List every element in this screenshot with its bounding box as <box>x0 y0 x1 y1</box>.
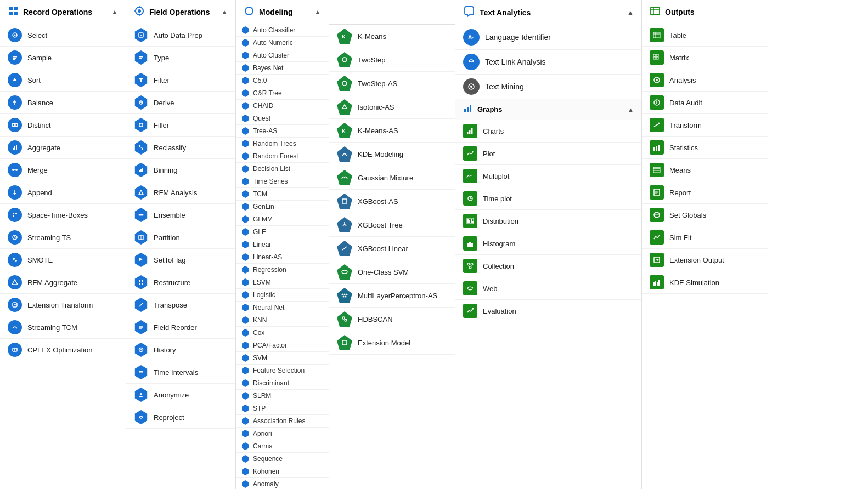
list-item[interactable]: RFM Aggregate <box>0 271 126 294</box>
list-item[interactable]: XGBoost-AS <box>329 190 455 213</box>
list-item[interactable]: Table <box>642 24 768 47</box>
list-item[interactable]: Auto Numeric <box>236 37 329 49</box>
list-item[interactable]: SVM <box>236 352 329 365</box>
list-item[interactable]: Bayes Net <box>236 62 329 75</box>
list-item[interactable]: SetToFlag <box>126 249 235 271</box>
list-item[interactable]: Regression <box>236 264 329 276</box>
list-item[interactable]: Quest <box>236 112 329 125</box>
list-item[interactable]: Isotonic-AS <box>329 95 455 119</box>
list-item[interactable]: C&R Tree <box>236 87 329 100</box>
list-item[interactable]: KDE Modeling <box>329 143 455 166</box>
list-item[interactable]: Logistic <box>236 289 329 302</box>
list-item[interactable]: Aggregate <box>0 137 126 159</box>
list-item[interactable]: Kohonen <box>236 465 329 478</box>
list-item[interactable]: Auto Data Prep <box>126 24 235 47</box>
list-item[interactable]: RFM Analysis <box>126 181 235 204</box>
list-item[interactable]: Field Reorder <box>126 316 235 339</box>
list-item[interactable]: Reproject <box>126 406 235 429</box>
list-item[interactable]: Histogram <box>455 232 641 255</box>
list-item[interactable]: Sort <box>0 69 126 92</box>
list-item[interactable]: Sim Fit <box>642 226 768 249</box>
list-item[interactable]: KNN <box>236 314 329 327</box>
list-item[interactable]: Linear <box>236 238 329 251</box>
list-item[interactable]: XGBoost Tree <box>329 213 455 237</box>
list-item[interactable]: Binning <box>126 159 235 181</box>
list-item[interactable]: Association Rules <box>236 415 329 428</box>
list-item[interactable]: Evaluation <box>455 300 641 322</box>
list-item[interactable]: Anomaly <box>236 478 329 489</box>
list-item[interactable]: Plot <box>455 143 641 165</box>
list-item[interactable]: CHAID <box>236 100 329 112</box>
list-item[interactable]: Az Language Identifier <box>455 25 641 50</box>
list-item[interactable]: Space-Time-Boxes <box>0 204 126 226</box>
list-item[interactable]: Time Intervals <box>126 361 235 384</box>
list-item[interactable]: Collection <box>455 255 641 277</box>
list-item[interactable]: Statistics <box>642 137 768 159</box>
list-item[interactable]: Reclassify <box>126 137 235 159</box>
list-item[interactable]: TwoStep <box>329 48 455 72</box>
list-item[interactable]: K K-Means-AS <box>329 119 455 143</box>
list-item[interactable]: Apriori <box>236 428 329 440</box>
list-item[interactable]: TwoStep-AS <box>329 72 455 95</box>
list-item[interactable]: Matrix <box>642 47 768 69</box>
list-item[interactable]: Neural Net <box>236 302 329 314</box>
list-item[interactable]: Web <box>455 277 641 300</box>
list-item[interactable]: Sequence <box>236 453 329 465</box>
list-item[interactable]: Means <box>642 159 768 181</box>
list-item[interactable]: Transform <box>642 114 768 137</box>
list-item[interactable]: Cox <box>236 327 329 339</box>
list-item[interactable]: Auto Classifier <box>236 24 329 37</box>
list-item[interactable]: PCA/Factor <box>236 339 329 352</box>
list-item[interactable]: Multiplot <box>455 165 641 187</box>
list-item[interactable]: Type <box>126 47 235 69</box>
list-item[interactable]: K K-Means <box>329 25 455 48</box>
list-item[interactable]: Filter <box>126 69 235 92</box>
list-item[interactable]: Partition <box>126 226 235 249</box>
list-item[interactable]: Ensemble <box>126 204 235 226</box>
list-item[interactable]: Decision List <box>236 163 329 175</box>
list-item[interactable]: GLMM <box>236 213 329 226</box>
list-item[interactable]: Report <box>642 181 768 204</box>
list-item[interactable]: SMOTE <box>0 249 126 271</box>
list-item[interactable]: Balance <box>0 92 126 114</box>
list-item[interactable]: Extension Transform <box>0 294 126 316</box>
list-item[interactable]: Derive <box>126 92 235 114</box>
list-item[interactable]: Filler <box>126 114 235 137</box>
list-item[interactable]: Discriminant <box>236 377 329 390</box>
list-item[interactable]: Random Forest <box>236 150 329 163</box>
list-item[interactable]: Append <box>0 181 126 204</box>
list-item[interactable]: Set Globals <box>642 204 768 226</box>
list-item[interactable]: History <box>126 339 235 361</box>
list-item[interactable]: TCM <box>236 188 329 201</box>
list-item[interactable]: Data Audit <box>642 92 768 114</box>
list-item[interactable]: C5.0 <box>236 75 329 87</box>
list-item[interactable]: GenLin <box>236 201 329 213</box>
list-item[interactable]: MultiLayerPerceptron-AS <box>329 284 455 308</box>
list-item[interactable]: Distinct <box>0 114 126 137</box>
list-item[interactable]: Streaming TCM <box>0 316 126 339</box>
list-item[interactable]: XGBoost Linear <box>329 237 455 260</box>
list-item[interactable]: Text Link Analysis <box>455 50 641 75</box>
list-item[interactable]: Carma <box>236 440 329 453</box>
list-item[interactable]: Time plot <box>455 187 641 210</box>
list-item[interactable]: KDE Simulation <box>642 271 768 294</box>
list-item[interactable]: Select <box>0 24 126 47</box>
list-item[interactable]: Transpose <box>126 294 235 316</box>
list-item[interactable]: Feature Selection <box>236 365 329 377</box>
list-item[interactable]: SLRM <box>236 390 329 402</box>
list-item[interactable]: Random Trees <box>236 138 329 150</box>
list-item[interactable]: Charts <box>455 120 641 143</box>
list-item[interactable]: LSVM <box>236 276 329 289</box>
list-item[interactable]: Linear-AS <box>236 251 329 264</box>
list-item[interactable]: Time Series <box>236 175 329 188</box>
list-item[interactable]: Extension Model <box>329 331 455 355</box>
list-item[interactable]: Sample <box>0 47 126 69</box>
list-item[interactable]: One-Class SVM <box>329 260 455 284</box>
list-item[interactable]: Anonymize <box>126 384 235 406</box>
list-item[interactable]: Restructure <box>126 271 235 294</box>
list-item[interactable]: Gaussian Mixture <box>329 166 455 190</box>
list-item[interactable]: STP <box>236 402 329 415</box>
list-item[interactable]: Streaming TS <box>0 226 126 249</box>
list-item[interactable]: GLE <box>236 226 329 238</box>
list-item[interactable]: CPLEX Optimization <box>0 339 126 361</box>
